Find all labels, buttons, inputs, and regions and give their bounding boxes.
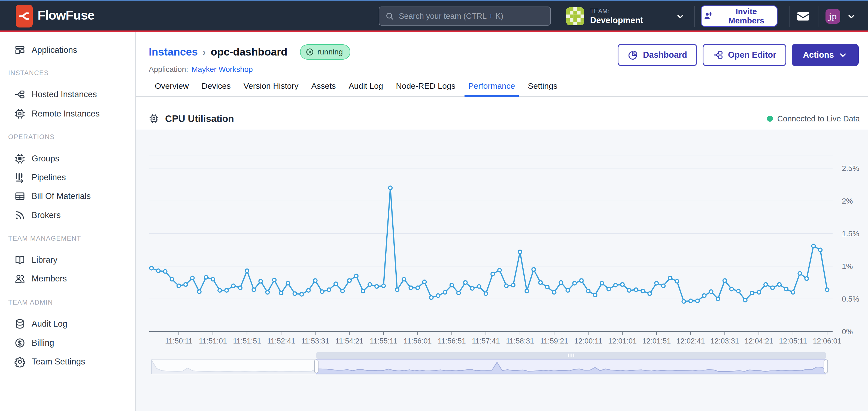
invite-members-label: Invite Members <box>718 7 775 25</box>
sidebar-item-label: Remote Instances <box>32 109 100 119</box>
tab-bar: Overview Devices Version History Assets … <box>136 81 868 97</box>
svg-text:11:58:31: 11:58:31 <box>506 337 534 345</box>
svg-text:12:02:41: 12:02:41 <box>676 337 705 345</box>
panel-title: CPU Utilisation <box>165 113 234 124</box>
sidebar-item-label: Brokers <box>32 210 61 220</box>
svg-text:11:51:01: 11:51:01 <box>199 337 227 345</box>
svg-text:12:06:01: 12:06:01 <box>813 337 841 345</box>
cpu-chart-svg: 0%0.5%1%1.5%2%2.5%11:50:1111:51:0111:51:… <box>149 147 861 348</box>
tab-overview[interactable]: Overview <box>155 81 189 97</box>
cpu-utilisation-chart: 0%0.5%1%1.5%2%2.5%11:50:1111:51:0111:51:… <box>149 147 861 348</box>
dashboard-button-label: Dashboard <box>643 50 687 60</box>
team-label: TEAM: <box>590 8 643 15</box>
editor-branch-icon <box>713 49 723 61</box>
sidebar-item-team-settings[interactable]: Team Settings <box>0 352 136 371</box>
open-editor-button[interactable]: Open Editor <box>703 44 786 66</box>
svg-text:11:57:41: 11:57:41 <box>472 337 500 345</box>
svg-text:0%: 0% <box>842 328 853 336</box>
team-avatar <box>566 7 584 25</box>
sidebar-item-hosted-instances[interactable]: Hosted Instances <box>0 85 136 104</box>
brush-svg[interactable] <box>149 352 861 376</box>
divider <box>789 6 789 27</box>
svg-text:11:59:21: 11:59:21 <box>540 337 568 345</box>
top-bar: FlowFuse Search your team (CTRL + K) TEA… <box>0 0 868 32</box>
user-plus-icon <box>703 11 713 21</box>
tab-devices[interactable]: Devices <box>202 81 231 97</box>
play-circle-icon <box>305 48 314 56</box>
sidebar-item-bill-of-materials[interactable]: Bill Of Materials <box>0 187 136 206</box>
svg-text:12:00:11: 12:00:11 <box>574 337 602 345</box>
cpu-chip-icon <box>149 113 159 124</box>
sidebar-item-remote-instances[interactable]: Remote Instances <box>0 104 136 123</box>
sidebar-section-instances: INSTANCES <box>8 68 49 78</box>
instance-name: opc-dashboard <box>211 46 287 58</box>
sidebar-item-audit-log[interactable]: Audit Log <box>0 314 136 334</box>
main-content: Instances › opc-dashboard running Applic… <box>136 32 868 411</box>
svg-text:11:56:51: 11:56:51 <box>438 337 466 345</box>
sidebar-item-label: Team Settings <box>32 357 85 367</box>
svg-text:12:03:31: 12:03:31 <box>711 337 739 345</box>
status-text: running <box>317 48 343 56</box>
live-status: Connected to Live Data <box>767 114 860 123</box>
breadcrumb-instances-link[interactable]: Instances <box>149 46 198 58</box>
dashboard-button[interactable]: Dashboard <box>618 44 697 66</box>
sidebar-item-billing[interactable]: Billing <box>0 334 136 352</box>
tab-settings[interactable]: Settings <box>528 81 557 97</box>
sidebar-item-applications[interactable]: Applications <box>0 40 136 60</box>
svg-text:2%: 2% <box>842 197 853 205</box>
chevron-down-icon <box>847 12 856 21</box>
members-icon <box>14 273 26 284</box>
live-dot-icon <box>767 116 773 122</box>
flowfuse-logo[interactable] <box>16 5 33 28</box>
team-selector[interactable]: TEAM: Development <box>566 5 689 28</box>
user-menu[interactable]: jp <box>826 6 864 27</box>
audit-log-icon <box>14 318 26 330</box>
team-search-input[interactable]: Search your team (CTRL + K) <box>379 6 551 26</box>
sidebar-item-label: Bill Of Materials <box>32 191 91 201</box>
sidebar-item-pipelines[interactable]: Pipelines <box>0 168 136 187</box>
chevron-down-icon <box>838 50 847 60</box>
svg-text:11:50:11: 11:50:11 <box>165 337 193 345</box>
tab-audit-log[interactable]: Audit Log <box>349 81 383 97</box>
svg-text:11:53:31: 11:53:31 <box>301 337 330 345</box>
tab-assets[interactable]: Assets <box>311 81 336 97</box>
sidebar-item-label: Applications <box>32 45 77 55</box>
applications-icon <box>14 44 26 56</box>
sidebar-item-groups[interactable]: Groups <box>0 149 136 168</box>
svg-text:1.5%: 1.5% <box>842 230 859 238</box>
application-link[interactable]: Mayker Workshop <box>191 65 253 74</box>
sidebar-item-library[interactable]: Library <box>0 250 136 270</box>
brokers-icon <box>14 210 26 221</box>
tab-performance[interactable]: Performance <box>468 81 515 97</box>
breadcrumb-separator: › <box>203 47 206 58</box>
sidebar-item-members[interactable]: Members <box>0 269 136 288</box>
status-badge: running <box>300 44 350 60</box>
chart-range-brush[interactable] <box>149 352 861 376</box>
header-buttons: Dashboard Open Editor Actions <box>618 44 859 66</box>
tab-node-red-logs[interactable]: Node-RED Logs <box>396 81 455 97</box>
sidebar-item-label: Members <box>32 274 67 284</box>
svg-text:12:04:21: 12:04:21 <box>745 337 773 345</box>
svg-text:11:52:41: 11:52:41 <box>267 337 295 345</box>
divider <box>818 6 818 27</box>
application-label: Application: <box>149 65 188 74</box>
search-placeholder: Search your team (CTRL + K) <box>399 12 503 21</box>
actions-button[interactable]: Actions <box>792 44 859 66</box>
notifications-button[interactable] <box>795 8 811 25</box>
brand-name: FlowFuse <box>38 8 95 23</box>
invite-members-button[interactable]: Invite Members <box>701 5 778 27</box>
flowfuse-branch-icon <box>18 10 31 22</box>
chevron-down-icon <box>676 12 685 21</box>
svg-text:0.5%: 0.5% <box>842 295 859 303</box>
sidebar-item-brokers[interactable]: Brokers <box>0 206 136 225</box>
sidebar-section-operations: OPERATIONS <box>8 132 55 142</box>
svg-text:2.5%: 2.5% <box>842 164 859 173</box>
divider <box>694 6 695 27</box>
flowfuse-app: FlowFuse Search your team (CTRL + K) TEA… <box>0 0 868 411</box>
remote-instances-icon <box>14 108 26 119</box>
svg-text:11:51:51: 11:51:51 <box>233 337 261 345</box>
sidebar-section-team-management: TEAM MANAGEMENT <box>8 233 81 244</box>
tab-version-history[interactable]: Version History <box>244 81 299 97</box>
sidebar: Applications INSTANCES Hosted Instances … <box>0 32 136 411</box>
chart-pie-icon <box>628 49 639 61</box>
